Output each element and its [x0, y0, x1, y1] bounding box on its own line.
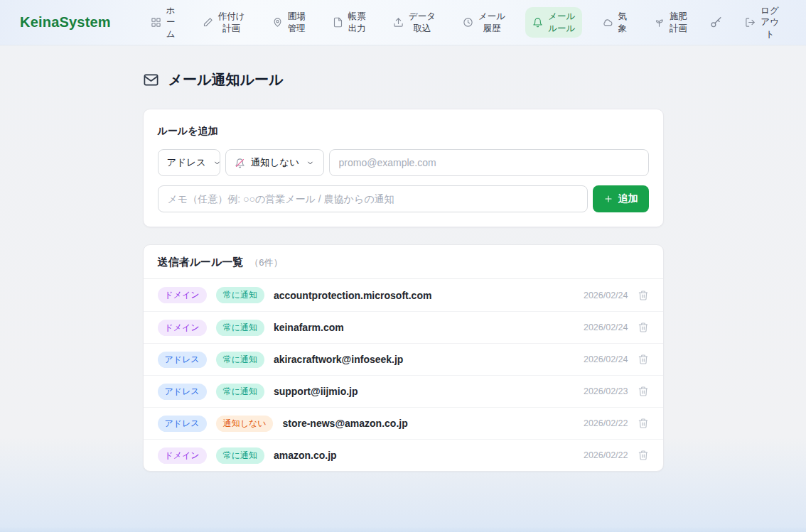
- trash-icon: [638, 290, 649, 301]
- trash-icon: [638, 386, 649, 397]
- rule-row: ドメイン 常に通知 keinafarm.com 2026/02/24: [144, 311, 663, 343]
- delete-rule-button[interactable]: [638, 290, 649, 301]
- trash-icon: [638, 450, 649, 461]
- cloud-icon: [602, 17, 613, 28]
- rule-type-select[interactable]: アドレス: [158, 149, 220, 176]
- delete-rule-button[interactable]: [638, 386, 649, 397]
- chevron-down-icon: [306, 159, 314, 167]
- top-nav: KeinaSystem ホ ー ム 作付け 計画 圃場 管理 帳票 出力 データ…: [0, 0, 806, 45]
- rule-date: 2026/02/22: [584, 450, 628, 460]
- nav-item-label: データ 取込: [409, 11, 436, 34]
- nav-item-weather[interactable]: 気 象: [595, 7, 634, 38]
- nav-item-label: 施肥 計画: [670, 11, 687, 34]
- nav-item-label: ホ ー ム: [166, 5, 176, 40]
- sprout-icon: [654, 17, 665, 28]
- trash-icon: [638, 418, 649, 429]
- nav-item-home[interactable]: ホ ー ム: [144, 1, 183, 43]
- upload-icon: [393, 17, 404, 28]
- mail-icon: [143, 72, 159, 88]
- rules-list-header: 送信者ルール一覧 （6件）: [144, 245, 663, 279]
- trash-icon: [638, 354, 649, 365]
- rule-email: store-news@amazon.co.jp: [282, 418, 407, 429]
- rule-row: アドレス 通知しない store-news@amazon.co.jp 2026/…: [144, 407, 663, 439]
- nav-item-field-management[interactable]: 圃場 管理: [265, 7, 313, 38]
- map-pin-icon: [272, 17, 283, 28]
- nav-item-report-output[interactable]: 帳票 出力: [326, 7, 373, 38]
- rule-type-value: アドレス: [167, 156, 206, 169]
- pencil-icon: [203, 17, 213, 28]
- bell-icon: [532, 17, 543, 28]
- rule-action-value: 通知しない: [251, 156, 299, 169]
- rule-row: ドメイン 常に通知 amazon.co.jp 2026/02/22: [144, 439, 663, 471]
- key-icon: [710, 16, 722, 28]
- nav-item-label: メール ルール: [548, 11, 575, 34]
- rule-email: amazon.co.jp: [274, 450, 337, 461]
- rule-email: keinafarm.com: [274, 322, 344, 333]
- page-title-text: メール通知ルール: [168, 70, 284, 89]
- trash-icon: [638, 322, 649, 333]
- rule-date: 2026/02/24: [584, 354, 628, 364]
- nav-item-label: 帳票 出力: [348, 11, 366, 34]
- rules-count: （6件）: [249, 256, 282, 269]
- delete-rule-button[interactable]: [638, 322, 649, 333]
- rule-action-badge: 常に通知: [216, 287, 264, 303]
- add-rule-card: ルールを追加 アドレス 通知しない 追加: [143, 109, 664, 227]
- rule-type-badge: ドメイン: [158, 320, 207, 336]
- nav-item-planting-plan[interactable]: 作付け 計画: [195, 7, 252, 38]
- rule-action-badge: 常に通知: [216, 447, 264, 464]
- rule-date: 2026/02/24: [584, 291, 628, 300]
- rule-type-badge: ドメイン: [158, 447, 207, 464]
- logout-icon: [745, 17, 756, 28]
- brand-logo[interactable]: KeinaSystem: [20, 14, 111, 31]
- delete-rule-button[interactable]: [638, 450, 649, 461]
- rule-row: ドメイン 常に通知 accountprotection.microsoft.co…: [144, 279, 663, 311]
- nav-item-fertilizer-plan[interactable]: 施肥 計画: [647, 7, 694, 38]
- rule-row: アドレス 常に通知 support@iijmio.jp 2026/02/23: [144, 375, 663, 407]
- chevron-down-icon: [213, 159, 221, 167]
- nav-item-mail-rules[interactable]: メール ルール: [525, 7, 582, 38]
- page-title: メール通知ルール: [143, 70, 664, 89]
- nav-item-label: 気 象: [618, 11, 627, 34]
- rule-date: 2026/02/24: [584, 322, 628, 332]
- nav-items: ホ ー ム 作付け 計画 圃場 管理 帳票 出力 データ 取込 メール 履歴 メ…: [144, 1, 786, 43]
- rule-action-select[interactable]: 通知しない: [225, 149, 324, 176]
- rule-type-badge: アドレス: [158, 384, 207, 400]
- history-icon: [463, 17, 473, 28]
- rules-list-title: 送信者ルール一覧: [158, 256, 244, 269]
- rule-type-badge: ドメイン: [158, 287, 207, 303]
- document-icon: [333, 17, 343, 28]
- add-rule-button[interactable]: 追加: [593, 185, 649, 212]
- rule-date: 2026/02/23: [584, 386, 628, 396]
- rule-type-badge: アドレス: [158, 416, 207, 432]
- rule-email: support@iijmio.jp: [274, 386, 358, 397]
- nav-item-data-import[interactable]: データ 取込: [386, 7, 443, 38]
- logout-label: ログ アウ ト: [761, 5, 779, 40]
- nav-item-mail-history[interactable]: メール 履歴: [456, 7, 512, 38]
- rule-action-badge: 常に通知: [216, 352, 264, 368]
- add-rule-row-2: 追加: [158, 185, 649, 212]
- nav-item-label: 圃場 管理: [288, 11, 306, 34]
- delete-rule-button[interactable]: [638, 354, 649, 365]
- memo-input[interactable]: [158, 185, 588, 212]
- bell-off-icon: [235, 158, 245, 168]
- plus-icon: [603, 194, 613, 204]
- nav-item-label: メール 履歴: [478, 11, 505, 34]
- rule-email: accountprotection.microsoft.com: [274, 290, 431, 301]
- key-button[interactable]: [707, 13, 725, 31]
- rule-action-badge: 常に通知: [216, 320, 264, 336]
- main-content: メール通知ルール ルールを追加 アドレス 通知しない 追加: [143, 45, 664, 472]
- add-rule-row-1: アドレス 通知しない: [158, 149, 649, 176]
- rule-email: akiracraftwork@infoseek.jp: [274, 354, 404, 365]
- rule-action-badge: 通知しない: [216, 416, 274, 432]
- rule-row: アドレス 常に通知 akiracraftwork@infoseek.jp 202…: [144, 343, 663, 375]
- logout-button[interactable]: ログ アウ ト: [738, 1, 786, 43]
- rules-list-card: 送信者ルール一覧 （6件） ドメイン 常に通知 accountprotectio…: [143, 244, 664, 472]
- nav-item-label: 作付け 計画: [218, 11, 245, 34]
- add-rule-button-label: 追加: [618, 192, 638, 205]
- rule-action-badge: 常に通知: [216, 384, 264, 400]
- rule-type-badge: アドレス: [158, 352, 207, 368]
- delete-rule-button[interactable]: [638, 418, 649, 429]
- address-input[interactable]: [329, 149, 649, 176]
- rule-date: 2026/02/22: [584, 418, 628, 428]
- home-grid-icon: [151, 17, 161, 28]
